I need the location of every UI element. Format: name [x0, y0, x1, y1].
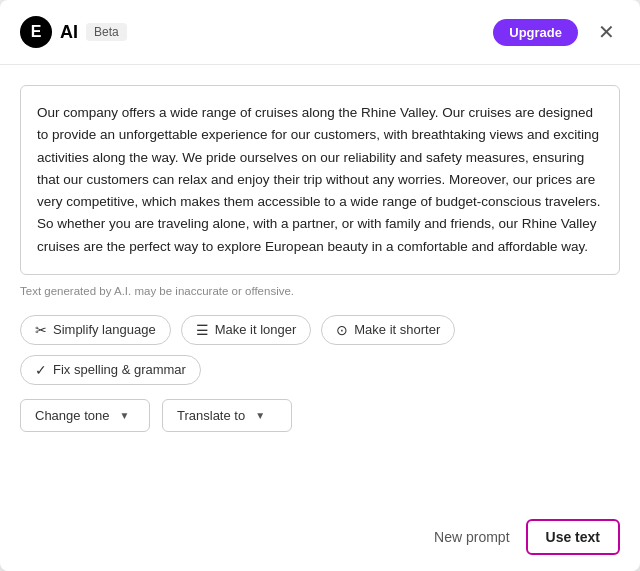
simplify-language-button[interactable]: ✂ Simplify language	[20, 315, 171, 345]
ai-modal: E AI Beta Upgrade ✕ Our company offers a…	[0, 0, 640, 571]
dropdown-row: Change tone ▼ Translate to ▼	[20, 399, 620, 432]
spelling-icon: ✓	[35, 362, 47, 378]
translate-to-label: Translate to	[177, 408, 245, 423]
simplify-icon: ✂	[35, 322, 47, 338]
shorter-label: Make it shorter	[354, 322, 440, 337]
modal-content: Our company offers a wide range of cruis…	[0, 65, 640, 503]
translate-to-chevron-icon: ▼	[255, 410, 265, 421]
change-tone-dropdown[interactable]: Change tone ▼	[20, 399, 150, 432]
change-tone-label: Change tone	[35, 408, 109, 423]
use-text-button[interactable]: Use text	[526, 519, 620, 555]
beta-badge: Beta	[86, 23, 127, 41]
shorter-icon: ⊙	[336, 322, 348, 338]
make-shorter-button[interactable]: ⊙ Make it shorter	[321, 315, 455, 345]
new-prompt-button[interactable]: New prompt	[434, 529, 509, 545]
modal-header: E AI Beta Upgrade ✕	[0, 0, 640, 65]
modal-footer: New prompt Use text	[0, 503, 640, 571]
translate-to-dropdown[interactable]: Translate to ▼	[162, 399, 292, 432]
spelling-label: Fix spelling & grammar	[53, 362, 186, 377]
make-longer-button[interactable]: ☰ Make it longer	[181, 315, 312, 345]
generated-text: Our company offers a wide range of cruis…	[37, 102, 603, 258]
ai-label: AI	[60, 22, 78, 43]
generated-text-box: Our company offers a wide range of cruis…	[20, 85, 620, 275]
fix-spelling-button[interactable]: ✓ Fix spelling & grammar	[20, 355, 201, 385]
longer-icon: ☰	[196, 322, 209, 338]
elementor-logo: E	[20, 16, 52, 48]
simplify-label: Simplify language	[53, 322, 156, 337]
disclaimer-text: Text generated by A.I. may be inaccurate…	[20, 285, 620, 297]
longer-label: Make it longer	[215, 322, 297, 337]
upgrade-button[interactable]: Upgrade	[493, 19, 578, 46]
action-buttons-row: ✂ Simplify language ☰ Make it longer ⊙ M…	[20, 315, 620, 385]
change-tone-chevron-icon: ▼	[119, 410, 129, 421]
close-button[interactable]: ✕	[592, 18, 620, 46]
